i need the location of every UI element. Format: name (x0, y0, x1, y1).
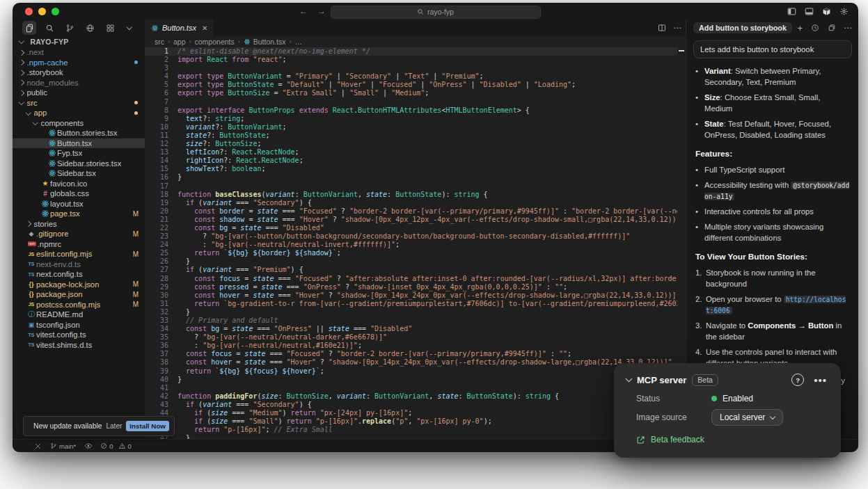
install-now-button[interactable]: Install Now (126, 421, 169, 431)
code-line-10[interactable]: 10 variant?: ButtonVariant; (145, 123, 686, 131)
code-line-14[interactable]: 14 rightIcon?: React.ReactNode; (145, 157, 686, 165)
code-line-17[interactable]: 17 (145, 182, 686, 191)
chat-more-icon[interactable]: ⋯ (844, 23, 852, 33)
mcp-more-icon[interactable]: ••• (814, 374, 827, 386)
code-line-40[interactable]: 40} (145, 376, 686, 384)
problems-status[interactable]: 0 0 (100, 442, 132, 450)
explorer-icon[interactable] (22, 21, 36, 35)
code-line-43[interactable]: 43 if (variant === "Secondary") { (145, 401, 686, 409)
tree-item-Button.stories.tsx[interactable]: Button.stories.tsx (13, 128, 145, 138)
tree-item-layout.tsx[interactable]: layout.tsx (13, 199, 145, 209)
tree-item-.next[interactable]: .next (13, 47, 145, 58)
tree-item-src[interactable]: src (13, 98, 145, 109)
editor-more-icon[interactable]: ⋯ (673, 23, 681, 33)
code-line-32[interactable]: 32 } (145, 308, 686, 316)
code-line-33[interactable]: 33 // Primary and default (145, 316, 686, 325)
explorer-root[interactable]: RAYO-FYP (13, 36, 145, 47)
code-line-35[interactable]: 35 ? "bg-[var(--neutral/neutral-darker,#… (145, 333, 686, 342)
tree-item-.npmrc[interactable]: npm.npmrc (13, 239, 145, 250)
chevron-down-icon[interactable] (123, 21, 137, 35)
tree-item-.npm-cache[interactable]: .npm-cache (13, 58, 145, 68)
extensions-icon[interactable] (103, 21, 117, 35)
tree-item-Sidebar.stories.tsx[interactable]: Sidebar.stories.tsx (13, 159, 145, 169)
source-control-icon[interactable] (63, 21, 77, 35)
code-line-44[interactable]: 44 if (size === "Medium") return "px-[24… (145, 409, 686, 417)
tree-item-.storybook[interactable]: .storybook (13, 67, 145, 78)
tree-item-README.md[interactable]: ⓘREADME.md (13, 310, 145, 320)
tree-item-next.config.ts[interactable]: TSnext.config.ts (13, 269, 145, 280)
tree-item-eslint.config.mjs[interactable]: JSeslint.config.mjsM (13, 249, 145, 259)
code-line-3[interactable]: 3 (145, 64, 686, 72)
breadcrumb-item[interactable]: components (195, 38, 235, 46)
breadcrumb-item[interactable]: … (294, 38, 302, 46)
eye-icon[interactable] (84, 442, 93, 451)
code-line-9[interactable]: 9 text?: string; (145, 115, 686, 123)
beta-feedback-link[interactable]: Beta feedback (636, 435, 841, 444)
tree-item-public[interactable]: public (13, 88, 145, 98)
gear-icon[interactable] (839, 7, 849, 16)
code-line-37[interactable]: 37 const focus = state === "Focused" ? "… (145, 350, 686, 358)
code-line-4[interactable]: 4export type ButtonVariant = "Primary" |… (145, 72, 686, 81)
tree-item-page.tsx[interactable]: page.tsxM (13, 209, 145, 219)
code-line-31[interactable]: 31 return `bg-gradient-to-r from-[var(--… (145, 300, 686, 308)
tree-item-Fyp.tsx[interactable]: Fyp.tsx (13, 148, 145, 159)
code-line-45[interactable]: 45 if (size === "Small") return "p-[16px… (145, 417, 686, 426)
close-tab-icon[interactable]: ✕ (202, 24, 207, 32)
code-line-19[interactable]: 19 if (variant === "Secondary") { (145, 199, 686, 207)
history-icon[interactable] (810, 24, 819, 33)
code-line-6[interactable]: 6export type ButtonSize = "Extra Small" … (145, 89, 686, 97)
code-line-5[interactable]: 5export type ButtonState = "Default" | "… (145, 81, 686, 89)
tree-item-next-env.d.ts[interactable]: TSnext-env.d.ts (13, 259, 145, 270)
code-line-39[interactable]: 39 return `${bg} ${focus} ${hover}`; (145, 367, 686, 376)
code-line-20[interactable]: 20 const border = state === "Focused" ? … (145, 207, 686, 216)
code-line-12[interactable]: 12 size?: ButtonSize; (145, 140, 686, 148)
code-line-34[interactable]: 34 const bg = state === "OnPress" || sta… (145, 325, 686, 333)
tab-button-tsx[interactable]: Button.tsx ✕ (145, 19, 214, 36)
back-arrow-icon[interactable]: ← (299, 6, 308, 16)
code-line-1[interactable]: 1/* eslint-disable @next/next/no-img-ele… (145, 47, 686, 56)
code-line-25[interactable]: 25 return `${bg} ${border} ${shadow}`; (145, 249, 686, 257)
new-chat-plus-icon[interactable]: + (797, 23, 803, 33)
code-line-28[interactable]: 28 const focus = state === "Focused" ? "… (145, 275, 686, 283)
code-line-22[interactable]: 22 const bg = state === "Disabled" (145, 224, 686, 232)
breadcrumb-item[interactable]: app (173, 38, 186, 46)
maximize-window-button[interactable] (52, 8, 59, 15)
code-line-16[interactable]: 16} (145, 173, 686, 182)
forward-arrow-icon[interactable]: → (317, 6, 326, 16)
split-editor-icon[interactable] (657, 24, 666, 33)
image-source-dropdown[interactable]: Local server (711, 409, 783, 426)
breadcrumb-item[interactable]: src (155, 38, 164, 46)
search-sidebar-icon[interactable] (42, 21, 56, 35)
breadcrumb[interactable]: src›app›components›Button.tsx›… (145, 36, 686, 47)
code-line-42[interactable]: 42function paddingFor(size: ButtonSize, … (145, 392, 686, 401)
tree-item-tsconfig.json[interactable]: ▣tsconfig.json (13, 320, 145, 330)
code-line-38[interactable]: 38 const hover = state === "Hover" ? "sh… (145, 358, 686, 367)
tree-item-package-lock.json[interactable]: {}package-lock.jsonM (13, 280, 145, 290)
tree-item-globals.css[interactable]: #globals.css (13, 189, 145, 199)
code-editor[interactable]: 1/* eslint-disable @next/next/no-img-ele… (145, 47, 686, 445)
tree-item-vitest.shims.d.ts[interactable]: TSvitest.shims.d.ts (13, 340, 145, 351)
tree-item-components[interactable]: components (13, 118, 145, 129)
tree-item-Sidebar.tsx[interactable]: Sidebar.tsx (13, 168, 145, 179)
cube-icon[interactable] (822, 7, 831, 16)
code-line-36[interactable]: 36 : "bg-[var(--neutral/neutral,#160e21)… (145, 342, 686, 350)
duplicate-icon[interactable] (827, 24, 836, 33)
code-line-27[interactable]: 27 if (variant === "Premium") { (145, 266, 686, 274)
tree-item-Button.tsx[interactable]: Button.tsx (13, 138, 145, 149)
tree-item-stories[interactable]: stories (13, 219, 145, 230)
code-line-18[interactable]: 18function baseClasses(variant: ButtonVa… (145, 191, 686, 199)
code-line-26[interactable]: 26 } (145, 257, 686, 266)
code-line-30[interactable]: 30 const hover = state === "Hover" ? "sh… (145, 291, 686, 300)
code-line-7[interactable]: 7 (145, 98, 686, 106)
tree-item-node_modules[interactable]: node_modules (13, 78, 145, 88)
tree-item-.gitignore[interactable]: ◆.gitignoreM (13, 229, 145, 239)
tree-item-package.json[interactable]: {}package.jsonM (13, 289, 145, 300)
code-line-24[interactable]: 24 : "bg-[var(--neutral/neutral-invert,#… (145, 241, 686, 249)
tree-item-app[interactable]: app (13, 108, 145, 118)
globe-icon[interactable] (83, 21, 97, 35)
code-line-41[interactable]: 41 (145, 384, 686, 392)
tree-item-vitest.config.ts[interactable]: TSvitest.config.ts (13, 330, 145, 340)
git-branch-status[interactable]: main* (50, 442, 76, 450)
command-center-search[interactable]: rayo-fyp (331, 6, 541, 19)
code-line-15[interactable]: 15 showText?: boolean; (145, 165, 686, 173)
